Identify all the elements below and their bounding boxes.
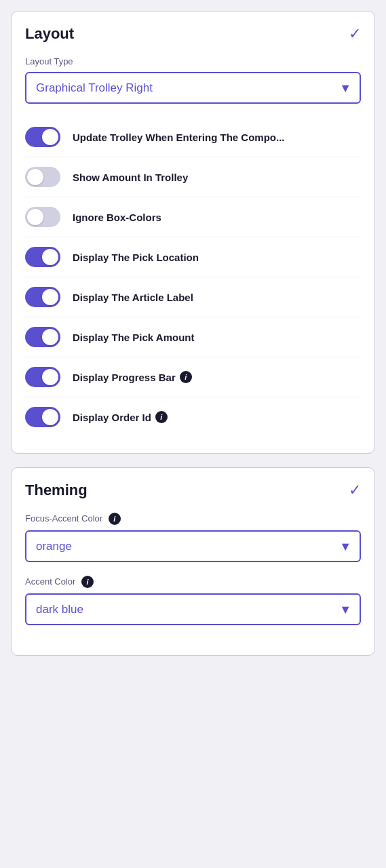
toggle-thumb [42,249,58,265]
info-icon-progress-bar[interactable]: i [180,371,192,383]
toggle-display-pick-amount[interactable] [25,327,60,347]
toggle-label-display-order-id: Display Order Id i [73,411,168,423]
accent-color-section: Accent Color i dark blue blue green red … [25,576,361,625]
toggle-thumb [27,209,43,225]
accent-color-select-wrapper: dark blue blue green red purple ▼ [25,593,361,625]
focus-accent-select-wrapper: orange red green blue purple ▼ [25,530,361,562]
theming-card: Theming ✓ Focus-Accent Color i orange re… [11,467,375,656]
toggles-list: Update Trolley When Entering The Compo..… [25,117,361,437]
toggle-row-show-amount: Show Amount In Trolley [25,157,361,197]
focus-accent-section: Focus-Accent Color i orange red green bl… [25,513,361,562]
toggle-row-display-pick-location: Display The Pick Location [25,237,361,277]
layout-card: Layout ✓ Layout Type Graphical Trolley R… [11,11,375,454]
toggle-display-order-id[interactable] [25,407,60,427]
layout-type-section: Layout Type Graphical Trolley Right Grap… [25,56,361,104]
toggle-ignore-box-colors[interactable] [25,207,60,227]
toggle-label-show-amount: Show Amount In Trolley [73,172,188,183]
toggle-row-ignore-box-colors: Ignore Box-Colors [25,197,361,237]
toggle-display-pick-location[interactable] [25,247,60,267]
focus-accent-select[interactable]: orange red green blue purple [25,530,361,562]
layout-type-select[interactable]: Graphical Trolley Right Graphical Trolle… [25,72,361,104]
toggle-thumb [42,289,58,305]
toggle-label-ignore-box-colors: Ignore Box-Colors [73,212,161,223]
toggle-thumb [42,329,58,345]
theming-chevron-icon[interactable]: ✓ [349,483,361,498]
toggle-display-article-label[interactable] [25,287,60,307]
toggle-update-trolley[interactable] [25,127,60,147]
info-icon-accent-color[interactable]: i [81,576,94,588]
layout-chevron-icon[interactable]: ✓ [349,26,361,41]
toggle-row-display-article-label: Display The Article Label [25,277,361,317]
toggle-label-display-article-label: Display The Article Label [73,292,193,303]
theming-card-header: Theming ✓ [25,481,361,499]
info-icon-order-id[interactable]: i [155,411,168,423]
toggle-label-display-pick-amount: Display The Pick Amount [73,332,194,343]
toggle-thumb [27,169,43,185]
toggle-thumb [42,369,58,385]
toggle-row-update-trolley: Update Trolley When Entering The Compo..… [25,117,361,157]
theming-title: Theming [25,481,88,499]
layout-type-label: Layout Type [25,56,361,66]
toggle-label-update-trolley: Update Trolley When Entering The Compo..… [73,132,285,143]
toggle-row-display-progress-bar: Display Progress Bar i [25,357,361,397]
accent-color-select[interactable]: dark blue blue green red purple [25,593,361,625]
toggle-thumb [42,409,58,425]
layout-type-select-wrapper: Graphical Trolley Right Graphical Trolle… [25,72,361,104]
toggle-row-display-order-id: Display Order Id i [25,397,361,437]
toggle-show-amount[interactable] [25,167,60,187]
toggle-label-display-pick-location: Display The Pick Location [73,252,199,263]
info-icon-focus-accent[interactable]: i [109,513,121,525]
layout-title: Layout [25,25,74,43]
focus-accent-label: Focus-Accent Color i [25,513,361,525]
toggle-label-display-progress-bar: Display Progress Bar i [73,371,192,383]
toggle-row-display-pick-amount: Display The Pick Amount [25,317,361,357]
layout-card-header: Layout ✓ [25,25,361,43]
toggle-thumb [42,129,58,145]
toggle-display-progress-bar[interactable] [25,367,60,387]
accent-color-label: Accent Color i [25,576,361,588]
